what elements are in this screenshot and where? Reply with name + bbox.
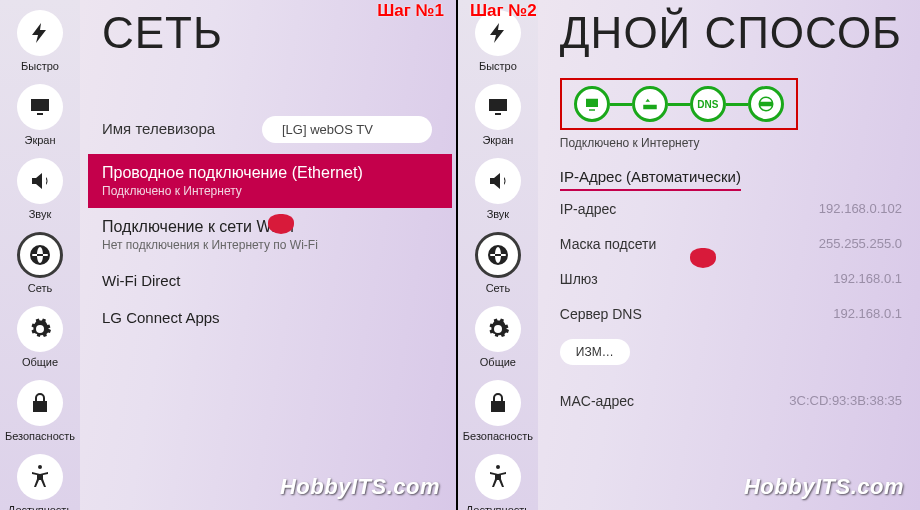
row-dns: Сервер DNS 192.168.0.1 xyxy=(560,296,902,331)
path-line xyxy=(610,103,632,106)
sidebar-item-network[interactable]: Сеть xyxy=(0,226,80,300)
dns-icon: DNS xyxy=(690,86,726,122)
sidebar-item-access[interactable]: Доступность xyxy=(0,448,80,510)
tv-icon xyxy=(574,86,610,122)
bolt-icon xyxy=(17,10,63,56)
cursor-indicator xyxy=(268,214,294,234)
sidebar-item-sound[interactable]: Звук xyxy=(458,152,538,226)
sidebar-label: Доступность xyxy=(464,504,532,510)
sidebar-item-quick[interactable]: Быстро xyxy=(0,4,80,78)
row-ip: IP-адрес 192.168.0.102 xyxy=(560,191,902,226)
sidebar-label: Безопасность xyxy=(461,430,535,442)
row-gateway: Шлюз 192.168.0.1 xyxy=(560,261,902,296)
gear-icon xyxy=(17,306,63,352)
ip-key: IP-адрес xyxy=(560,201,616,217)
sidebar-label: Звук xyxy=(27,208,54,220)
lock-icon xyxy=(475,380,521,426)
sidebar-item-security[interactable]: Безопасность xyxy=(458,374,538,448)
content-connection-detail: ДНОЙ СПОСОБ DNS Подключено к Интернету I… xyxy=(538,0,920,510)
gw-key: Шлюз xyxy=(560,271,598,287)
connection-path-box: DNS xyxy=(560,78,798,130)
screen-icon xyxy=(475,84,521,130)
sidebar-item-screen[interactable]: Экран xyxy=(0,78,80,152)
ip-value: 192.168.0.102 xyxy=(819,201,902,217)
path-line xyxy=(668,103,690,106)
globe-icon xyxy=(475,232,521,278)
sidebar-item-general[interactable]: Общие xyxy=(458,300,538,374)
sidebar-label: Быстро xyxy=(477,60,519,72)
sidebar-label: Сеть xyxy=(26,282,54,294)
tv-name-label: Имя телевизора xyxy=(102,120,262,137)
ethernet-title: Проводное подключение (Ethernet) xyxy=(102,164,438,182)
sidebar-item-access[interactable]: Доступность xyxy=(458,448,538,510)
mask-key: Маска подсети xyxy=(560,236,657,252)
lg-connect-label: LG Connect Apps xyxy=(102,309,438,326)
menu-item-lg-connect[interactable]: LG Connect Apps xyxy=(88,299,452,336)
sidebar-item-security[interactable]: Безопасность xyxy=(0,374,80,448)
ip-section-heading[interactable]: IP-Адрес (Автоматически) xyxy=(560,168,741,191)
sidebar-label: Быстро xyxy=(19,60,61,72)
panel-step2: Шаг №2 HobbyITS.com БыстроЭкранЗвукСетьО… xyxy=(458,0,920,510)
sidebar-item-sound[interactable]: Звук xyxy=(0,152,80,226)
row-mac: MAC-адрес 3C:CD:93:3B:38:35 xyxy=(560,393,902,409)
sidebar-item-general[interactable]: Общие xyxy=(0,300,80,374)
row-mask: Маска подсети 255.255.255.0 xyxy=(560,226,902,261)
accessibility-icon xyxy=(475,454,521,500)
sidebar: БыстроЭкранЗвукСетьОбщиеБезопасностьДост… xyxy=(0,0,80,510)
gear-icon xyxy=(475,306,521,352)
sidebar: БыстроЭкранЗвукСетьОбщиеБезопасностьДост… xyxy=(458,0,538,510)
sidebar-label: Звук xyxy=(485,208,512,220)
gw-value: 192.168.0.1 xyxy=(833,271,902,287)
cursor-indicator xyxy=(690,248,716,268)
speaker-icon xyxy=(475,158,521,204)
sidebar-item-screen[interactable]: Экран xyxy=(458,78,538,152)
tv-name-row[interactable]: Имя телевизора [LG] webOS TV xyxy=(102,106,438,154)
ethernet-sub: Подключено к Интернету xyxy=(102,184,438,198)
menu-item-ethernet[interactable]: Проводное подключение (Ethernet) Подключ… xyxy=(88,154,452,208)
sidebar-label: Доступность xyxy=(6,504,74,510)
speaker-icon xyxy=(17,158,63,204)
sidebar-item-network[interactable]: Сеть xyxy=(458,226,538,300)
mac-key: MAC-адрес xyxy=(560,393,634,409)
sidebar-label: Сеть xyxy=(484,282,512,294)
sidebar-label: Общие xyxy=(478,356,518,368)
mac-value: 3C:CD:93:3B:38:35 xyxy=(789,393,902,409)
lock-icon xyxy=(17,380,63,426)
wifi-direct-label: Wi-Fi Direct xyxy=(102,272,438,289)
tv-name-value[interactable]: [LG] webOS TV xyxy=(262,116,432,143)
router-icon xyxy=(632,86,668,122)
connected-label: Подключено к Интернету xyxy=(560,136,902,150)
accessibility-icon xyxy=(17,454,63,500)
sidebar-label: Общие xyxy=(20,356,60,368)
dns-key: Сервер DNS xyxy=(560,306,642,322)
menu-item-wifi-direct[interactable]: Wi-Fi Direct xyxy=(88,262,452,299)
screen-icon xyxy=(17,84,63,130)
mask-value: 255.255.255.0 xyxy=(819,236,902,252)
step-tag-2: Шаг №2 xyxy=(470,1,537,21)
panel-step1: Шаг №1 HobbyITS.com БыстроЭкранЗвукСетьО… xyxy=(0,0,458,510)
edit-button[interactable]: ИЗМ… xyxy=(560,339,630,365)
dns-value: 192.168.0.1 xyxy=(833,306,902,322)
globe-icon xyxy=(748,86,784,122)
content-network: СЕТЬ Имя телевизора [LG] webOS TV Провод… xyxy=(80,0,456,510)
globe-icon xyxy=(17,232,63,278)
sidebar-label: Экран xyxy=(22,134,57,146)
page-title: ДНОЙ СПОСОБ xyxy=(560,8,902,58)
sidebar-label: Безопасность xyxy=(3,430,77,442)
path-line xyxy=(726,103,748,106)
step-tag-1: Шаг №1 xyxy=(377,1,444,21)
sidebar-label: Экран xyxy=(480,134,515,146)
wifi-sub: Нет подключения к Интернету по Wi-Fi xyxy=(102,238,438,252)
